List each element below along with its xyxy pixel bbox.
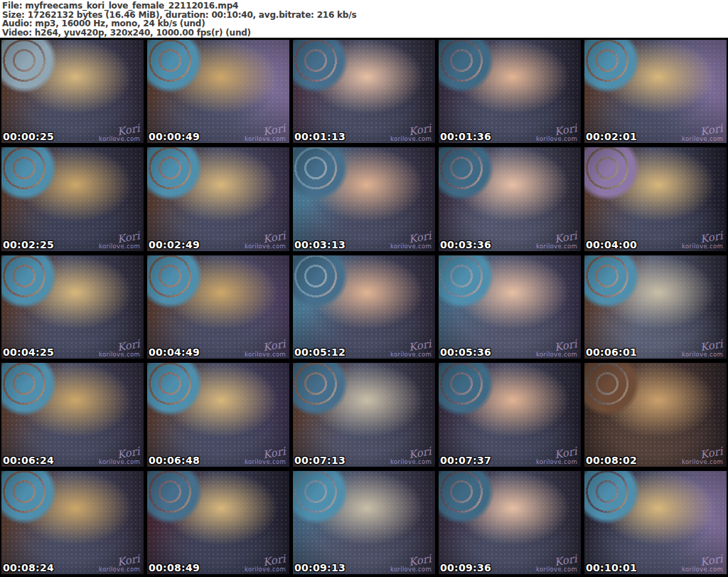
video-thumbnail[interactable]: Kori korilove.com 00:02:01 [584,40,727,143]
video-thumbnail[interactable]: Kori korilove.com 00:04:00 [584,147,727,250]
kori-script-logo-icon: Kori [98,231,141,248]
timestamp-overlay: 00:03:36 [440,239,491,250]
timestamp-overlay: 00:05:36 [440,346,491,358]
video-thumbnail[interactable]: Kori korilove.com 00:10:01 [584,471,727,574]
watermark-domain: korilove.com [99,136,140,142]
watermark-domain: korilove.com [536,243,577,250]
watermark-domain: korilove.com [682,351,723,358]
kori-script-logo-icon: Kori [535,231,578,248]
video-thumbnail[interactable]: Kori korilove.com 00:09:13 [293,471,435,574]
kori-script-logo-icon: Kori [98,123,141,141]
thumbnail-vignette [439,147,581,250]
thumbnail-vignette [293,40,435,143]
video-thumbnail[interactable]: Kori korilove.com 00:00:49 [147,40,289,143]
video-info-line: Video: h264, yuv420p, 320x240, 1000.00 f… [2,28,725,38]
watermark: Kori korilove.com [390,127,432,142]
timestamp-overlay: 00:04:00 [586,239,637,250]
video-thumbnail[interactable]: Kori korilove.com 00:08:24 [1,471,144,574]
video-thumbnail[interactable]: Kori korilove.com 00:01:13 [293,40,435,143]
watermark: Kori korilove.com [536,234,577,250]
timestamp-overlay: 00:00:25 [3,131,54,142]
video-thumbnail[interactable]: Kori korilove.com 00:00:25 [1,40,144,143]
watermark-domain: korilove.com [390,136,432,142]
video-thumbnail[interactable]: Kori korilove.com 00:04:25 [1,255,144,359]
thumbnail-vignette [293,471,435,574]
watermark-domain: korilove.com [536,459,577,465]
video-thumbnail[interactable]: Kori korilove.com 00:06:24 [1,363,144,466]
kori-script-logo-icon: Kori [535,554,578,572]
timestamp-overlay: 00:08:02 [586,455,637,466]
thumbnail-vignette [584,255,727,359]
watermark-domain: korilove.com [682,243,723,250]
watermark-domain: korilove.com [536,566,577,573]
kori-script-logo-icon: Kori [681,446,724,464]
timestamp-overlay: 00:10:01 [586,562,637,573]
video-thumbnail[interactable]: Kori korilove.com 00:02:25 [1,147,144,250]
kori-script-logo-icon: Kori [535,339,578,356]
kori-script-logo-icon: Kori [535,123,578,141]
timestamp-overlay: 00:02:01 [586,131,637,142]
video-thumbnail[interactable]: Kori korilove.com 00:06:48 [147,363,289,466]
thumbnail-grid: Kori korilove.com 00:00:25 Kori korilove… [0,38,728,577]
thumbnail-vignette [147,40,289,143]
watermark: Kori korilove.com [99,557,140,573]
thumbnail-vignette [439,363,581,466]
watermark-domain: korilove.com [390,459,432,465]
timestamp-overlay: 00:01:13 [294,131,346,142]
video-thumbnail[interactable]: Kori korilove.com 00:07:13 [293,363,435,466]
thumbnail-vignette [147,471,289,574]
thumbnail-vignette [147,147,289,250]
timestamp-overlay: 00:06:48 [149,455,200,466]
thumbnail-vignette [439,255,581,359]
timestamp-overlay: 00:00:49 [149,131,200,142]
kori-script-logo-icon: Kori [244,446,287,464]
watermark: Kori korilove.com [682,342,723,358]
kori-script-logo-icon: Kori [390,231,432,248]
thumbnail-vignette [584,147,727,250]
video-thumbnail[interactable]: Kori korilove.com 00:06:01 [584,255,727,359]
timestamp-overlay: 00:07:13 [294,455,346,466]
thumbnail-vignette [584,471,727,574]
thumbnail-vignette [584,40,727,143]
timestamp-overlay: 00:01:36 [440,131,491,142]
video-thumbnail[interactable]: Kori korilove.com 00:08:02 [584,363,727,466]
watermark: Kori korilove.com [245,127,286,142]
kori-script-logo-icon: Kori [390,123,432,141]
file-name-line: File: myfreecams_kori_love_female_221120… [2,1,725,11]
video-thumbnail[interactable]: Kori korilove.com 00:01:36 [439,40,581,143]
timestamp-overlay: 00:02:25 [3,239,54,250]
watermark: Kori korilove.com [536,342,577,358]
timestamp-overlay: 00:03:13 [294,239,346,250]
video-thumbnail[interactable]: Kori korilove.com 00:02:49 [147,147,289,250]
watermark: Kori korilove.com [99,127,140,142]
thumbnail-vignette [293,255,435,359]
kori-script-logo-icon: Kori [244,231,287,248]
video-thumbnail[interactable]: Kori korilove.com 00:07:37 [439,363,581,466]
video-thumbnail[interactable]: Kori korilove.com 00:04:49 [147,255,289,359]
watermark-domain: korilove.com [99,566,140,573]
thumbnail-vignette [1,363,144,466]
video-thumbnail[interactable]: Kori korilove.com 00:05:12 [293,255,435,359]
watermark-domain: korilove.com [245,351,286,358]
watermark-domain: korilove.com [245,566,286,573]
thumbnail-vignette [439,471,581,574]
thumbnail-vignette [293,363,435,466]
video-thumbnail[interactable]: Kori korilove.com 00:03:13 [293,147,435,250]
video-thumbnail[interactable]: Kori korilove.com 00:05:36 [439,255,581,359]
watermark: Kori korilove.com [245,557,286,573]
timestamp-overlay: 00:08:49 [149,562,200,573]
thumbnail-vignette [584,363,727,466]
watermark: Kori korilove.com [390,450,432,465]
watermark-domain: korilove.com [99,243,140,250]
watermark: Kori korilove.com [682,127,723,142]
watermark-domain: korilove.com [682,459,723,465]
watermark: Kori korilove.com [536,557,577,573]
video-thumbnail[interactable]: Kori korilove.com 00:09:36 [439,471,581,574]
watermark: Kori korilove.com [245,342,286,358]
watermark-domain: korilove.com [245,136,286,142]
watermark: Kori korilove.com [682,450,723,465]
video-thumbnail[interactable]: Kori korilove.com 00:03:36 [439,147,581,250]
video-thumbnail[interactable]: Kori korilove.com 00:08:49 [147,471,289,574]
watermark: Kori korilove.com [99,342,140,358]
timestamp-overlay: 00:05:12 [294,346,346,358]
